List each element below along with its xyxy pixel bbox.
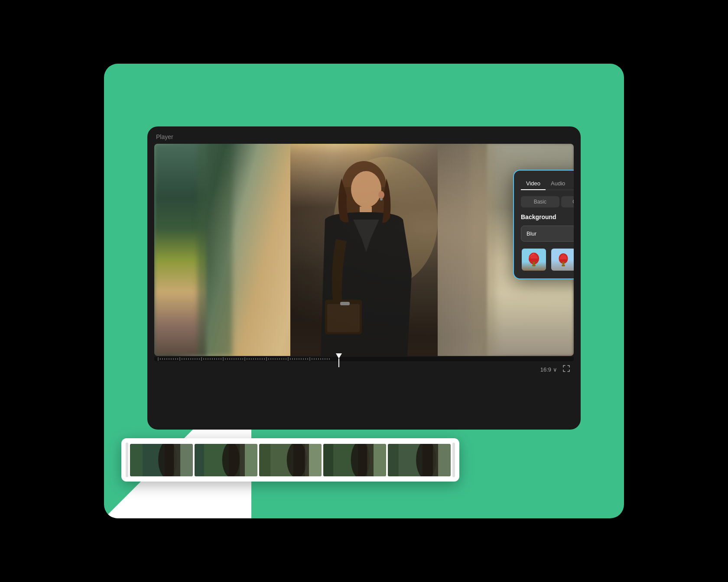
timeline-tick bbox=[184, 358, 185, 360]
thumb-frame-1 bbox=[130, 444, 193, 476]
fullscreen-button[interactable] bbox=[562, 365, 570, 374]
timeline-ticks: // We'll generate ticks in the inline sc… bbox=[154, 357, 574, 361]
playhead[interactable] bbox=[336, 353, 342, 359]
timeline-tick bbox=[305, 358, 306, 360]
timeline-tick bbox=[316, 358, 317, 360]
timeline-tick bbox=[318, 358, 319, 360]
timeline-tick bbox=[307, 358, 308, 360]
timeline-tick bbox=[210, 358, 211, 360]
strip-left-handle[interactable] bbox=[126, 443, 128, 477]
timeline-tick bbox=[275, 358, 276, 360]
properties-panel: Video Audio Speed Animation Basic Cutout… bbox=[513, 170, 574, 279]
svg-rect-12 bbox=[562, 264, 565, 266]
svg-rect-22 bbox=[195, 444, 204, 476]
timeline-tick bbox=[164, 358, 165, 360]
svg-rect-20 bbox=[174, 444, 192, 476]
thumbnail-strip bbox=[126, 443, 455, 477]
aspect-ratio-control[interactable]: 16:9 ∨ bbox=[540, 366, 557, 373]
timeline-tick bbox=[251, 358, 252, 360]
timeline-tick bbox=[294, 358, 295, 360]
timeline-tick bbox=[221, 358, 221, 360]
timeline-tick bbox=[171, 358, 172, 360]
timeline-tick bbox=[322, 358, 323, 360]
svg-point-23 bbox=[222, 444, 240, 476]
tab-video[interactable]: Video bbox=[521, 178, 546, 190]
svg-rect-28 bbox=[305, 444, 322, 476]
timeline-tick bbox=[268, 358, 269, 360]
timeline-tick bbox=[238, 358, 239, 360]
dropdown-value: Blur bbox=[526, 230, 536, 237]
timeline-tick bbox=[253, 358, 254, 360]
timeline-tick bbox=[231, 358, 232, 360]
timeline-tick bbox=[197, 358, 198, 360]
timeline-tick bbox=[227, 358, 228, 360]
svg-rect-34 bbox=[388, 444, 399, 476]
tab-audio[interactable]: Audio bbox=[546, 178, 570, 190]
timeline-tick bbox=[236, 358, 237, 360]
timeline-tick bbox=[249, 358, 250, 360]
timeline-tick bbox=[299, 358, 299, 360]
woman-figure bbox=[286, 144, 442, 356]
timeline-tick bbox=[214, 358, 215, 360]
sub-tab-cutout[interactable]: Cutout bbox=[561, 196, 574, 207]
timeline-tick bbox=[188, 358, 189, 360]
timeline-tick bbox=[277, 358, 278, 360]
laptop-frame: Player bbox=[147, 126, 581, 430]
timeline-tick bbox=[279, 358, 280, 360]
playhead-line bbox=[338, 359, 339, 367]
timeline-tick bbox=[244, 357, 245, 361]
section-header: Background Apply to all bbox=[521, 213, 574, 220]
timeline-tick bbox=[273, 358, 273, 360]
timeline-tick bbox=[166, 358, 167, 360]
svg-point-7 bbox=[378, 191, 384, 199]
timeline-tick bbox=[266, 357, 267, 361]
timeline-tick bbox=[327, 358, 328, 360]
svg-rect-10 bbox=[532, 264, 536, 266]
timeline-tick bbox=[186, 358, 187, 360]
svg-rect-26 bbox=[259, 444, 270, 476]
timeline-tick bbox=[201, 357, 202, 361]
timeline-tick bbox=[212, 358, 213, 360]
timeline-tick bbox=[281, 358, 282, 360]
bg-thumb-1[interactable] bbox=[521, 248, 547, 272]
background-dropdown[interactable]: Blur ▾ bbox=[521, 226, 574, 242]
timeline-tick bbox=[247, 358, 247, 360]
timeline-tick bbox=[158, 357, 159, 361]
timeline-tick bbox=[283, 358, 284, 360]
timeline-tick bbox=[292, 358, 293, 360]
svg-rect-24 bbox=[240, 444, 257, 476]
timeline-tick bbox=[320, 358, 321, 360]
timeline-tick bbox=[179, 357, 180, 361]
chevron-down-icon: ∨ bbox=[553, 366, 557, 373]
svg-point-2 bbox=[351, 171, 381, 207]
timeline-tick bbox=[205, 358, 206, 360]
timeline-tick bbox=[229, 358, 230, 360]
player-label: Player bbox=[154, 133, 574, 140]
timeline-tick bbox=[175, 358, 176, 360]
timeline-tick bbox=[288, 357, 289, 361]
background-thumbnails bbox=[521, 248, 574, 272]
outer-background: Player bbox=[104, 64, 624, 518]
timeline-tick bbox=[257, 358, 258, 360]
timeline-tick bbox=[190, 358, 191, 360]
tab-speed[interactable]: Speed bbox=[570, 178, 574, 190]
bg-thumb-2[interactable] bbox=[550, 248, 574, 272]
timeline-tick bbox=[255, 358, 256, 360]
aspect-ratio-value: 16:9 bbox=[540, 366, 551, 373]
timeline-tick bbox=[329, 358, 330, 360]
timeline-tick bbox=[160, 358, 161, 360]
thumb-frame-3 bbox=[259, 444, 322, 476]
timeline-tick bbox=[162, 358, 163, 360]
thumb-frame-4 bbox=[323, 444, 386, 476]
timeline-tick bbox=[286, 358, 286, 360]
balloon-icon-1 bbox=[527, 252, 541, 268]
timeline-tick bbox=[195, 358, 195, 360]
timeline-area: // We'll generate ticks in the inline sc… bbox=[154, 357, 574, 361]
thumb-frame-5 bbox=[388, 444, 451, 476]
video-area: Video Audio Speed Animation Basic Cutout… bbox=[154, 144, 574, 356]
timeline-tick bbox=[203, 358, 204, 360]
timeline-tick bbox=[169, 358, 169, 360]
strip-right-handle[interactable] bbox=[452, 443, 455, 477]
sub-tab-basic[interactable]: Basic bbox=[521, 196, 559, 207]
timeline-tick bbox=[225, 358, 226, 360]
